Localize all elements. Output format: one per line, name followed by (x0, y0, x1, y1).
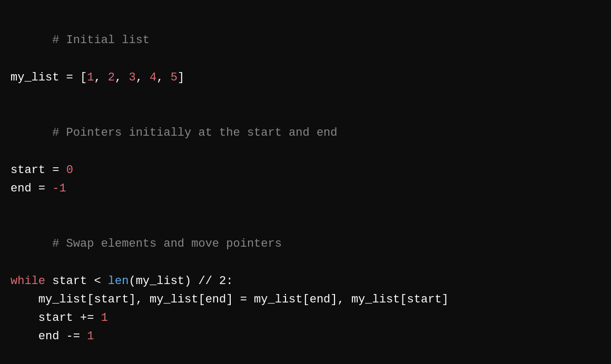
empty-line-3 (11, 346, 600, 364)
num-neg1: -1 (52, 182, 66, 195)
end-dec-var: end -= (11, 330, 87, 343)
empty-line-1 (11, 87, 600, 105)
swap-statement: my_list[start], my_list[end] = my_list[e… (11, 293, 449, 306)
code-container: # Initial list my_list = [1, 2, 3, 4, 5]… (0, 0, 611, 364)
keyword-while: while (11, 275, 45, 288)
comma-1: , (94, 71, 107, 84)
comma-3: , (136, 71, 150, 84)
var-start: start (11, 164, 45, 177)
code-line-swap: my_list[start], my_list[end] = my_list[e… (11, 290, 600, 309)
code-line-end: end = -1 (11, 179, 600, 198)
var-mylist: my_list (11, 71, 59, 84)
num-4: 4 (150, 71, 156, 84)
num-inc-1: 1 (101, 311, 108, 325)
empty-line-2 (11, 198, 600, 216)
num-dec-1: 1 (87, 330, 94, 343)
comma-2: , (115, 71, 129, 84)
code-line-start-inc: start += 1 (11, 309, 600, 327)
num-2: 2 (108, 71, 115, 84)
code-line-while: while start < len(my_list) // 2: (11, 272, 600, 290)
while-body-start: start < (45, 275, 108, 288)
code-line-end-dec: end -= 1 (11, 327, 600, 346)
num-5: 5 (171, 71, 178, 84)
comma-4: , (156, 71, 170, 84)
code-block: # Initial list my_list = [1, 2, 3, 4, 5]… (11, 13, 600, 364)
op-assign-1: = [ (59, 71, 87, 84)
num-0: 0 (66, 164, 73, 177)
code-line-start: start = 0 (11, 161, 600, 179)
comment-line-2: # Pointers initially at the start and en… (11, 105, 600, 161)
num-3: 3 (129, 71, 135, 84)
var-end: end (11, 182, 32, 195)
num-1: 1 (87, 71, 94, 84)
builtin-len: len (108, 275, 129, 288)
bracket-close-1: ] (178, 71, 184, 84)
comment-line-3: # Swap elements and move pointers (11, 216, 600, 272)
while-body-mylist: (my_list) // 2: (129, 275, 233, 288)
code-line-mylist: my_list = [1, 2, 3, 4, 5] (11, 68, 600, 87)
op-assign-2: = (45, 164, 66, 177)
comment-text-1: # Initial list (52, 34, 150, 47)
op-assign-3: = (32, 182, 53, 195)
start-inc-var: start += (11, 311, 101, 325)
comment-text-2: # Pointers initially at the start and en… (52, 126, 337, 139)
comment-line-1: # Initial list (11, 13, 600, 68)
comment-text-3: # Swap elements and move pointers (52, 237, 282, 250)
